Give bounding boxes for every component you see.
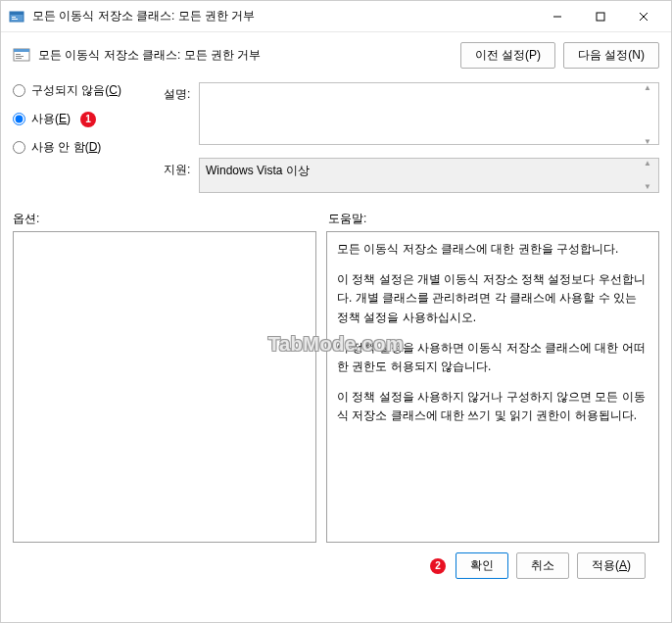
prev-setting-button[interactable]: 이전 설정(P)	[460, 42, 555, 69]
radio-enabled-label: 사용(E)	[31, 111, 71, 127]
maximize-icon	[596, 12, 605, 22]
support-label: 지원:	[164, 158, 199, 178]
close-button[interactable]	[624, 3, 663, 30]
help-panel: 모든 이동식 저장소 클래스에 대한 권한을 구성합니다. 이 정책 설정은 개…	[326, 231, 659, 543]
ok-button[interactable]: 확인	[456, 552, 508, 579]
page-title: 모든 이동식 저장소 클래스: 모든 권한 거부	[38, 47, 460, 64]
description-label: 설명:	[164, 82, 199, 103]
annotation-badge-1: 1	[80, 112, 96, 127]
minimize-icon	[552, 12, 562, 22]
options-panel	[13, 231, 316, 543]
minimize-button[interactable]	[538, 3, 577, 30]
svg-rect-3	[12, 19, 18, 20]
help-text: 이 정책 설정을 사용하지 않거나 구성하지 않으면 모든 이동식 저장소 클래…	[337, 388, 648, 425]
annotation-badge-2: 2	[430, 558, 446, 574]
radio-not-configured-input[interactable]	[13, 84, 25, 97]
apply-button[interactable]: 적용(A)	[577, 552, 646, 579]
description-input[interactable]	[199, 82, 659, 145]
svg-rect-12	[16, 58, 22, 59]
svg-rect-10	[16, 54, 21, 55]
svg-rect-11	[16, 56, 24, 57]
titlebar-controls	[538, 3, 663, 30]
svg-rect-2	[12, 17, 16, 18]
radio-enabled-input[interactable]	[13, 113, 25, 125]
maximize-button[interactable]	[581, 3, 620, 30]
cancel-button[interactable]: 취소	[516, 552, 569, 579]
window-icon	[9, 9, 24, 24]
next-setting-button[interactable]: 다음 설정(N)	[563, 42, 659, 69]
svg-rect-5	[597, 13, 604, 21]
window-title: 모든 이동식 저장소 클래스: 모든 권한 거부	[32, 8, 538, 24]
svg-rect-9	[14, 49, 29, 52]
help-label: 도움말:	[328, 211, 659, 227]
radio-not-configured-label: 구성되지 않음(C)	[31, 82, 121, 99]
support-value: Windows Vista 이상	[199, 158, 659, 193]
options-label: 옵션:	[13, 211, 328, 227]
help-text: 모든 이동식 저장소 클래스에 대한 권한을 구성합니다.	[337, 240, 648, 259]
radio-not-configured[interactable]: 구성되지 않음(C)	[13, 82, 150, 99]
radio-disabled-label: 사용 안 함(D)	[31, 139, 101, 156]
close-icon	[639, 12, 648, 22]
radio-enabled[interactable]: 사용(E) 1	[13, 111, 150, 127]
titlebar: 모든 이동식 저장소 클래스: 모든 권한 거부	[1, 1, 671, 32]
radio-disabled-input[interactable]	[13, 141, 25, 154]
help-text: 이 정책 설정을 사용하면 이동식 저장소 클래스에 대한 어떠한 권한도 허용…	[337, 339, 648, 376]
radio-disabled[interactable]: 사용 안 함(D)	[13, 139, 150, 156]
policy-icon	[13, 47, 30, 65]
help-text: 이 정책 설정은 개별 이동식 저장소 정책 설정보다 우선합니다. 개별 클래…	[337, 270, 648, 327]
svg-rect-1	[10, 12, 24, 15]
